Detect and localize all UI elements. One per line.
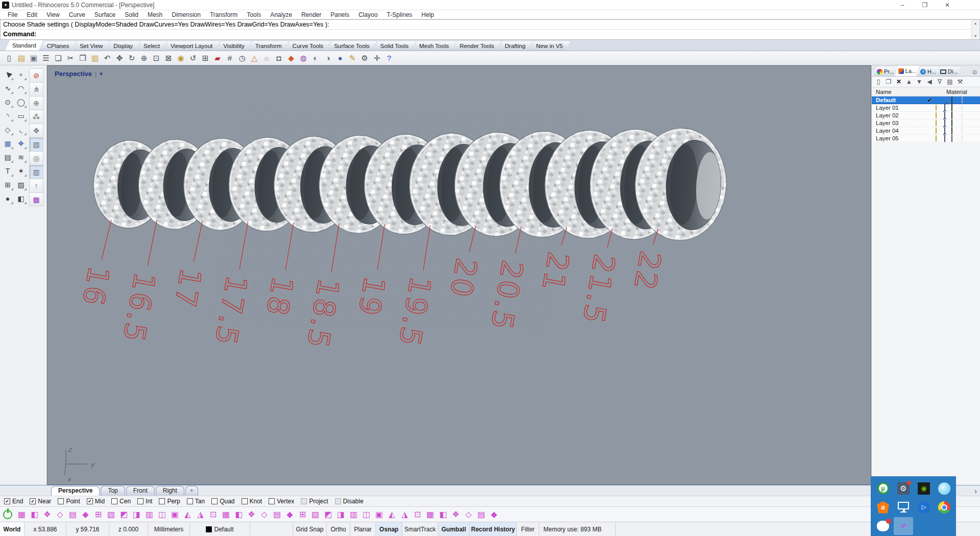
material-sphere-icon[interactable]: ● (334, 52, 346, 64)
osnap-perp-checkbox[interactable] (159, 498, 165, 504)
delete-layer-icon[interactable]: ✕ (894, 77, 903, 86)
menu-panels[interactable]: Panels (326, 11, 354, 18)
tsplines-tool-10-icon[interactable]: ◨ (130, 508, 143, 521)
layer-unlocked-icon[interactable] (944, 135, 945, 142)
tsplines-tool-16-icon[interactable]: ⊡ (207, 508, 220, 521)
undo-view-change-icon[interactable]: ↺ (187, 52, 199, 64)
toolbar-tab-set-view[interactable]: Set View (73, 41, 110, 51)
named-cplane-icon[interactable]: ◷ (236, 52, 248, 64)
add-viewport-tab[interactable]: + (185, 486, 198, 496)
tsplines-tool-34-icon[interactable]: ◧ (437, 508, 449, 521)
annotation-star-icon[interactable]: ✶ (14, 164, 28, 178)
tsplines-tool-36-icon[interactable]: ◇ (462, 508, 475, 521)
save-file-icon[interactable]: ▣ (28, 52, 40, 64)
menu-surface[interactable]: Surface (90, 11, 120, 18)
osnap-near[interactable]: ✔Near (30, 498, 51, 505)
tsplines-tool-4-icon[interactable]: ◇ (54, 508, 66, 521)
osnap-disable-checkbox[interactable] (335, 498, 341, 504)
viewport-title-label[interactable]: Perspective (55, 70, 92, 78)
osnap-point-checkbox[interactable] (58, 498, 64, 504)
undo-icon[interactable]: ↶ (101, 52, 113, 64)
viewport-canvas[interactable]: 1616.51717.51818.51919.52020.52121.522 z… (47, 66, 871, 484)
status-grid-snap[interactable]: Grid Snap (293, 522, 327, 536)
layer-visible-bulb-icon[interactable] (936, 119, 937, 127)
tray-display[interactable] (894, 498, 913, 516)
tsplines-tool-23-icon[interactable]: ⊞ (296, 508, 309, 521)
layer-row[interactable]: Layer 03 (872, 119, 980, 127)
tsplines-enable-icon[interactable] (3, 510, 12, 519)
render-preview-icon[interactable]: ◑ (322, 52, 334, 64)
layer-row[interactable]: Layer 04 (872, 127, 980, 135)
toolbar-tab-drafting[interactable]: Drafting (498, 41, 533, 51)
print-icon[interactable]: ☰ (40, 52, 52, 64)
tray-discord[interactable] (873, 517, 893, 535)
status-cplane-world[interactable]: World (0, 522, 25, 536)
osnap-end-checkbox[interactable]: ✔ (4, 498, 10, 504)
menu-mesh[interactable]: Mesh (143, 11, 167, 18)
hatch-icon[interactable]: ▨ (14, 178, 28, 191)
shaded-viewport-icon[interactable]: ◆ (285, 52, 297, 64)
toolbar-tab-transform[interactable]: Transform (248, 41, 289, 51)
tsplines-tool-17-icon[interactable]: ▦ (220, 508, 232, 521)
tray-feather[interactable] (894, 517, 913, 535)
command-prompt[interactable]: Command: (1, 30, 979, 39)
osnap-vertex-checkbox[interactable] (269, 498, 275, 504)
osnap-quad-checkbox[interactable] (211, 498, 218, 504)
layer-row[interactable]: Layer 01 (872, 104, 980, 112)
edit-cube-icon[interactable]: ▧ (29, 137, 43, 151)
tsplines-tool-6-icon[interactable]: ◆ (79, 508, 92, 521)
tsplines-tool-30-icon[interactable]: ◭ (386, 508, 398, 521)
osnap-tan-checkbox[interactable] (187, 498, 193, 504)
viewport-title[interactable]: Perspective | ▾ (55, 70, 102, 78)
tsplines-tool-3-icon[interactable]: ❖ (41, 508, 54, 521)
rotate-view-icon[interactable]: ↻ (126, 52, 138, 64)
menu-view[interactable]: View (42, 11, 64, 18)
toolbar-tab-curve-tools[interactable]: Curve Tools (285, 41, 331, 51)
arrow-up-icon[interactable]: ↑ (29, 179, 43, 192)
toolbar-tab-solid-tools[interactable]: Solid Tools (373, 41, 416, 51)
menu-edit[interactable]: Edit (22, 11, 42, 18)
tsplines-tool-13-icon[interactable]: ▣ (169, 508, 181, 521)
status-gumball[interactable]: Gumball (438, 522, 470, 536)
layer-color-swatch[interactable] (951, 127, 952, 134)
new-file-icon[interactable]: ▯ (3, 52, 15, 64)
layer-material-circle[interactable] (962, 96, 963, 104)
clayoo-disable-icon[interactable]: ⊘ (29, 68, 43, 82)
cut-icon[interactable]: ✂ (64, 52, 77, 64)
osnap-int-checkbox[interactable] (137, 498, 144, 504)
layer-color-swatch[interactable] (951, 96, 952, 104)
curve-blend-icon[interactable]: ◟ (14, 123, 28, 136)
status-filter[interactable]: Filter (517, 522, 539, 536)
minimize-button[interactable]: – (891, 2, 914, 9)
tsplines-tool-15-icon[interactable]: ◮ (194, 508, 207, 521)
osnap-project[interactable]: Project (301, 498, 328, 505)
arc-icon[interactable]: ◝ (1, 109, 14, 123)
open-file-icon[interactable]: ▤ (15, 52, 28, 64)
tsplines-tool-25-icon[interactable]: ◩ (322, 508, 334, 521)
menu-tools[interactable]: Tools (242, 11, 266, 18)
status-planar[interactable]: Planar (350, 522, 376, 536)
layer-material-circle[interactable] (962, 127, 963, 134)
layer-material-circle[interactable] (962, 112, 963, 119)
panel-gear-icon[interactable]: ⚙ (972, 69, 979, 76)
layer-material-circle[interactable] (962, 104, 963, 111)
tsplines-tool-9-icon[interactable]: ◩ (117, 508, 130, 521)
panel-expand-arrow-icon[interactable]: › (974, 488, 977, 495)
zoom-window-icon[interactable]: ⊡ (150, 52, 162, 64)
status-units[interactable]: Millimeters (148, 522, 190, 536)
panel-tab-pr[interactable]: Pr... (874, 67, 897, 76)
osnap-mid[interactable]: ✔Mid (87, 498, 105, 505)
tsplines-tool-31-icon[interactable]: ◮ (398, 508, 411, 521)
osnap-cen-checkbox[interactable] (111, 498, 117, 504)
layer-row[interactable]: Layer 05 (872, 135, 980, 142)
tsplines-tool-20-icon[interactable]: ◇ (258, 508, 271, 521)
tsplines-tool-27-icon[interactable]: ▥ (347, 508, 360, 521)
tsplines-tool-12-icon[interactable]: ◫ (156, 508, 169, 521)
layer-visible-bulb-icon[interactable] (936, 112, 937, 119)
perspective-viewport[interactable]: Perspective | ▾ (47, 65, 871, 485)
new-sublayer-icon[interactable]: ❐ (884, 77, 893, 86)
toolbar-tab-new-in-v5[interactable]: New in V5 (529, 41, 570, 51)
single-point-icon[interactable]: ∘ (14, 67, 28, 81)
layout-shapes-icon[interactable]: △ (248, 52, 260, 64)
menu-transform[interactable]: Transform (205, 11, 242, 18)
